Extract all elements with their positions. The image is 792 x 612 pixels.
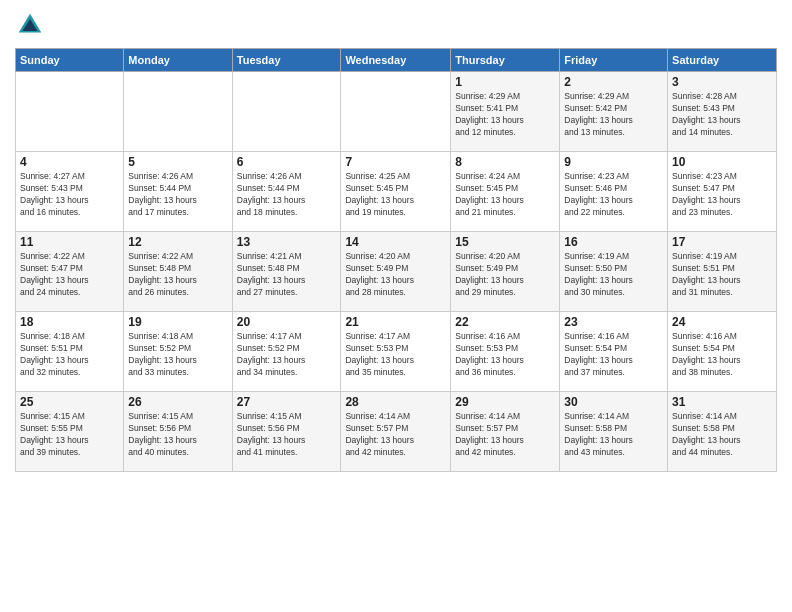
day-cell: 15Sunrise: 4:20 AM Sunset: 5:49 PM Dayli…: [451, 232, 560, 312]
weekday-header-row: SundayMondayTuesdayWednesdayThursdayFrid…: [16, 49, 777, 72]
weekday-header-wednesday: Wednesday: [341, 49, 451, 72]
day-cell: [16, 72, 124, 152]
day-number: 30: [564, 395, 663, 409]
day-info: Sunrise: 4:14 AM Sunset: 5:58 PM Dayligh…: [672, 411, 772, 459]
day-number: 24: [672, 315, 772, 329]
day-info: Sunrise: 4:15 AM Sunset: 5:56 PM Dayligh…: [237, 411, 337, 459]
day-info: Sunrise: 4:20 AM Sunset: 5:49 PM Dayligh…: [345, 251, 446, 299]
day-number: 11: [20, 235, 119, 249]
day-info: Sunrise: 4:22 AM Sunset: 5:48 PM Dayligh…: [128, 251, 227, 299]
day-info: Sunrise: 4:16 AM Sunset: 5:54 PM Dayligh…: [672, 331, 772, 379]
day-cell: 27Sunrise: 4:15 AM Sunset: 5:56 PM Dayli…: [232, 392, 341, 472]
day-cell: 16Sunrise: 4:19 AM Sunset: 5:50 PM Dayli…: [560, 232, 668, 312]
day-cell: 20Sunrise: 4:17 AM Sunset: 5:52 PM Dayli…: [232, 312, 341, 392]
day-cell: 1Sunrise: 4:29 AM Sunset: 5:41 PM Daylig…: [451, 72, 560, 152]
day-cell: 31Sunrise: 4:14 AM Sunset: 5:58 PM Dayli…: [668, 392, 777, 472]
day-number: 19: [128, 315, 227, 329]
day-cell: 8Sunrise: 4:24 AM Sunset: 5:45 PM Daylig…: [451, 152, 560, 232]
day-info: Sunrise: 4:15 AM Sunset: 5:55 PM Dayligh…: [20, 411, 119, 459]
day-number: 13: [237, 235, 337, 249]
day-info: Sunrise: 4:18 AM Sunset: 5:52 PM Dayligh…: [128, 331, 227, 379]
week-row-1: 1Sunrise: 4:29 AM Sunset: 5:41 PM Daylig…: [16, 72, 777, 152]
day-number: 5: [128, 155, 227, 169]
day-cell: 4Sunrise: 4:27 AM Sunset: 5:43 PM Daylig…: [16, 152, 124, 232]
day-info: Sunrise: 4:29 AM Sunset: 5:41 PM Dayligh…: [455, 91, 555, 139]
day-info: Sunrise: 4:17 AM Sunset: 5:53 PM Dayligh…: [345, 331, 446, 379]
page: SundayMondayTuesdayWednesdayThursdayFrid…: [0, 0, 792, 612]
day-number: 20: [237, 315, 337, 329]
day-info: Sunrise: 4:16 AM Sunset: 5:53 PM Dayligh…: [455, 331, 555, 379]
day-info: Sunrise: 4:19 AM Sunset: 5:50 PM Dayligh…: [564, 251, 663, 299]
day-info: Sunrise: 4:23 AM Sunset: 5:47 PM Dayligh…: [672, 171, 772, 219]
day-number: 10: [672, 155, 772, 169]
day-cell: 5Sunrise: 4:26 AM Sunset: 5:44 PM Daylig…: [124, 152, 232, 232]
day-info: Sunrise: 4:29 AM Sunset: 5:42 PM Dayligh…: [564, 91, 663, 139]
day-info: Sunrise: 4:21 AM Sunset: 5:48 PM Dayligh…: [237, 251, 337, 299]
week-row-2: 4Sunrise: 4:27 AM Sunset: 5:43 PM Daylig…: [16, 152, 777, 232]
day-info: Sunrise: 4:15 AM Sunset: 5:56 PM Dayligh…: [128, 411, 227, 459]
day-info: Sunrise: 4:26 AM Sunset: 5:44 PM Dayligh…: [128, 171, 227, 219]
day-info: Sunrise: 4:20 AM Sunset: 5:49 PM Dayligh…: [455, 251, 555, 299]
weekday-header-friday: Friday: [560, 49, 668, 72]
week-row-5: 25Sunrise: 4:15 AM Sunset: 5:55 PM Dayli…: [16, 392, 777, 472]
day-cell: [232, 72, 341, 152]
day-number: 3: [672, 75, 772, 89]
logo-icon: [15, 10, 45, 40]
day-number: 16: [564, 235, 663, 249]
day-info: Sunrise: 4:14 AM Sunset: 5:57 PM Dayligh…: [455, 411, 555, 459]
day-cell: 11Sunrise: 4:22 AM Sunset: 5:47 PM Dayli…: [16, 232, 124, 312]
day-cell: [124, 72, 232, 152]
day-cell: 3Sunrise: 4:28 AM Sunset: 5:43 PM Daylig…: [668, 72, 777, 152]
day-info: Sunrise: 4:27 AM Sunset: 5:43 PM Dayligh…: [20, 171, 119, 219]
day-info: Sunrise: 4:14 AM Sunset: 5:58 PM Dayligh…: [564, 411, 663, 459]
day-cell: 10Sunrise: 4:23 AM Sunset: 5:47 PM Dayli…: [668, 152, 777, 232]
day-cell: 23Sunrise: 4:16 AM Sunset: 5:54 PM Dayli…: [560, 312, 668, 392]
day-info: Sunrise: 4:23 AM Sunset: 5:46 PM Dayligh…: [564, 171, 663, 219]
day-cell: 21Sunrise: 4:17 AM Sunset: 5:53 PM Dayli…: [341, 312, 451, 392]
day-info: Sunrise: 4:26 AM Sunset: 5:44 PM Dayligh…: [237, 171, 337, 219]
day-number: 18: [20, 315, 119, 329]
weekday-header-sunday: Sunday: [16, 49, 124, 72]
day-cell: 13Sunrise: 4:21 AM Sunset: 5:48 PM Dayli…: [232, 232, 341, 312]
day-cell: 18Sunrise: 4:18 AM Sunset: 5:51 PM Dayli…: [16, 312, 124, 392]
day-cell: 6Sunrise: 4:26 AM Sunset: 5:44 PM Daylig…: [232, 152, 341, 232]
weekday-header-monday: Monday: [124, 49, 232, 72]
day-cell: [341, 72, 451, 152]
day-cell: 14Sunrise: 4:20 AM Sunset: 5:49 PM Dayli…: [341, 232, 451, 312]
day-info: Sunrise: 4:28 AM Sunset: 5:43 PM Dayligh…: [672, 91, 772, 139]
day-number: 29: [455, 395, 555, 409]
day-number: 17: [672, 235, 772, 249]
day-number: 2: [564, 75, 663, 89]
logo: [15, 10, 49, 40]
day-number: 26: [128, 395, 227, 409]
weekday-header-thursday: Thursday: [451, 49, 560, 72]
day-number: 21: [345, 315, 446, 329]
day-number: 23: [564, 315, 663, 329]
day-number: 22: [455, 315, 555, 329]
day-info: Sunrise: 4:16 AM Sunset: 5:54 PM Dayligh…: [564, 331, 663, 379]
day-cell: 9Sunrise: 4:23 AM Sunset: 5:46 PM Daylig…: [560, 152, 668, 232]
weekday-header-saturday: Saturday: [668, 49, 777, 72]
day-number: 9: [564, 155, 663, 169]
day-info: Sunrise: 4:14 AM Sunset: 5:57 PM Dayligh…: [345, 411, 446, 459]
day-cell: 26Sunrise: 4:15 AM Sunset: 5:56 PM Dayli…: [124, 392, 232, 472]
day-info: Sunrise: 4:25 AM Sunset: 5:45 PM Dayligh…: [345, 171, 446, 219]
calendar: SundayMondayTuesdayWednesdayThursdayFrid…: [15, 48, 777, 472]
day-number: 25: [20, 395, 119, 409]
day-cell: 29Sunrise: 4:14 AM Sunset: 5:57 PM Dayli…: [451, 392, 560, 472]
day-number: 8: [455, 155, 555, 169]
day-cell: 22Sunrise: 4:16 AM Sunset: 5:53 PM Dayli…: [451, 312, 560, 392]
day-number: 12: [128, 235, 227, 249]
day-number: 28: [345, 395, 446, 409]
week-row-4: 18Sunrise: 4:18 AM Sunset: 5:51 PM Dayli…: [16, 312, 777, 392]
day-number: 27: [237, 395, 337, 409]
day-cell: 17Sunrise: 4:19 AM Sunset: 5:51 PM Dayli…: [668, 232, 777, 312]
day-number: 31: [672, 395, 772, 409]
day-cell: 2Sunrise: 4:29 AM Sunset: 5:42 PM Daylig…: [560, 72, 668, 152]
day-number: 1: [455, 75, 555, 89]
day-info: Sunrise: 4:18 AM Sunset: 5:51 PM Dayligh…: [20, 331, 119, 379]
weekday-header-tuesday: Tuesday: [232, 49, 341, 72]
day-number: 14: [345, 235, 446, 249]
day-info: Sunrise: 4:24 AM Sunset: 5:45 PM Dayligh…: [455, 171, 555, 219]
day-info: Sunrise: 4:17 AM Sunset: 5:52 PM Dayligh…: [237, 331, 337, 379]
